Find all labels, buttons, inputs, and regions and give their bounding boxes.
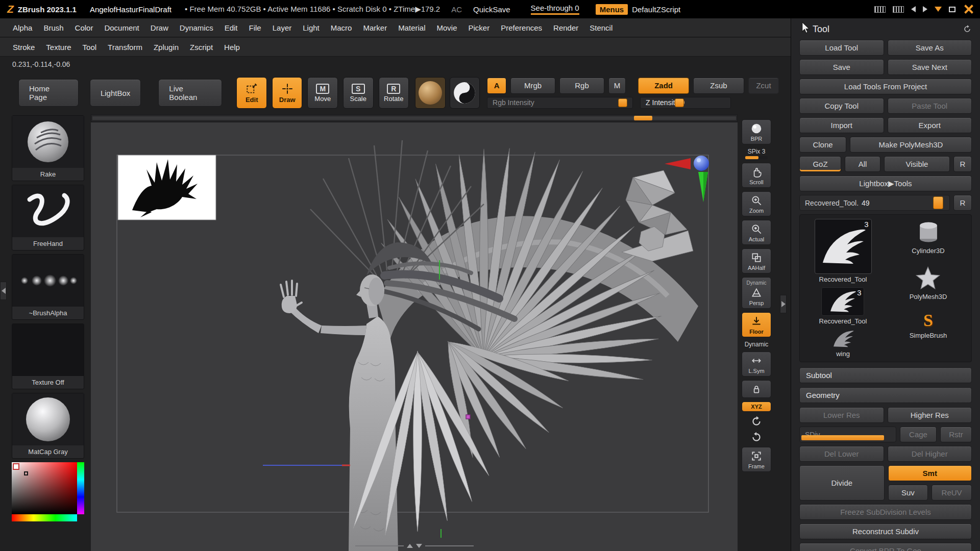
secondary-color-swatch[interactable] bbox=[13, 463, 19, 470]
sculpt-viewport[interactable] bbox=[91, 122, 738, 551]
move-button[interactable]: M Move bbox=[307, 77, 338, 109]
tool-item-selected[interactable]: 3 Recovered_Tool bbox=[815, 219, 872, 283]
draw-button[interactable]: Draw bbox=[272, 77, 303, 109]
frame-button[interactable]: Frame bbox=[742, 447, 771, 472]
lsym-button[interactable]: L.Sym bbox=[742, 352, 771, 377]
menus-toggle-button[interactable]: Menus bbox=[596, 4, 628, 15]
del-higher-button[interactable]: Del Higher bbox=[888, 446, 972, 462]
rstr-button[interactable]: Rstr bbox=[940, 427, 972, 442]
copy-tool-button[interactable]: Copy Tool bbox=[799, 98, 884, 114]
rgb-intensity-thumb[interactable] bbox=[618, 98, 627, 107]
a-mode-button[interactable]: A bbox=[487, 78, 506, 94]
smt-button[interactable]: Smt bbox=[888, 465, 972, 481]
keyboard-toggle-icon[interactable] bbox=[893, 6, 904, 13]
convert-bpr-button[interactable]: Convert BPR To Geo bbox=[799, 543, 972, 551]
tool-item-simplebrush[interactable]: S SimpleBrush bbox=[910, 311, 947, 339]
tool-item-polymesh3d[interactable]: PolyMesh3D bbox=[910, 266, 947, 300]
save-next-button[interactable]: Save Next bbox=[888, 59, 972, 75]
recovered-tool-slider[interactable]: Recovered_Tool. 49 bbox=[799, 195, 950, 211]
menu-item-preferences[interactable]: Preferences bbox=[495, 23, 548, 32]
home-page-button[interactable]: Home Page bbox=[18, 79, 79, 107]
menu-item-picker[interactable]: Picker bbox=[463, 23, 496, 32]
menu-item-light[interactable]: Light bbox=[297, 23, 325, 32]
menu-item-draw[interactable]: Draw bbox=[145, 23, 174, 32]
tool-item-wing[interactable]: wing bbox=[829, 329, 857, 358]
tool-item-cylinder3d[interactable]: Cylinder3D bbox=[912, 219, 944, 255]
zcut-button[interactable]: Zcut bbox=[748, 78, 779, 94]
rotate-button[interactable]: R Rotate bbox=[379, 77, 409, 109]
lower-res-button[interactable]: Lower Res bbox=[799, 407, 884, 423]
spin-left-button[interactable] bbox=[742, 415, 771, 428]
higher-res-button[interactable]: Higher Res bbox=[888, 407, 972, 423]
make-polymesh3d-button[interactable]: Make PolyMesh3D bbox=[850, 137, 972, 153]
spix-track[interactable] bbox=[745, 156, 768, 159]
slider-r-button[interactable]: R bbox=[953, 195, 972, 211]
zadd-button[interactable]: Zadd bbox=[638, 78, 689, 94]
menu-item-alpha[interactable]: Alpha bbox=[7, 23, 38, 32]
hue-strip-horizontal[interactable] bbox=[12, 514, 77, 521]
texture-selector[interactable]: Texture Off bbox=[12, 323, 84, 389]
menu-item-color[interactable]: Color bbox=[69, 23, 99, 32]
close-icon[interactable] bbox=[963, 3, 975, 15]
lightbox-button[interactable]: LightBox bbox=[90, 79, 141, 107]
menu-item-help[interactable]: Help bbox=[218, 43, 246, 52]
menu-item-macro[interactable]: Macro bbox=[325, 23, 358, 32]
aahalf-button[interactable]: AAHalf bbox=[742, 248, 771, 273]
save-button[interactable]: Save bbox=[799, 59, 884, 75]
z-intensity-slider[interactable]: Z Intensity 9 bbox=[640, 97, 731, 109]
canvas-bottom-scrollbar[interactable] bbox=[91, 542, 738, 550]
geometry-section-bar[interactable]: Geometry bbox=[799, 387, 972, 403]
floor-button[interactable]: Floor bbox=[742, 312, 771, 337]
restore-window-icon[interactable] bbox=[949, 7, 955, 12]
menu-item-layer[interactable]: Layer bbox=[267, 23, 298, 32]
nav-axis-gizmo[interactable] bbox=[665, 156, 709, 202]
scroll-up-icon[interactable] bbox=[407, 544, 413, 548]
tablet-toggle-icon[interactable] bbox=[874, 6, 886, 13]
material-preview-secondary[interactable] bbox=[450, 77, 480, 109]
goz-all-button[interactable]: All bbox=[845, 156, 880, 172]
menu-item-tool[interactable]: Tool bbox=[77, 43, 103, 52]
see-through-slider[interactable]: See-through 0 bbox=[531, 4, 579, 15]
menu-item-transform[interactable]: Transform bbox=[102, 43, 148, 52]
paste-tool-button[interactable]: Paste Tool bbox=[888, 98, 972, 114]
menu-item-brush[interactable]: Brush bbox=[38, 23, 69, 32]
spin-right-button[interactable] bbox=[742, 431, 771, 443]
local-transform-button[interactable] bbox=[742, 380, 771, 398]
stroke-selector[interactable]: FreeHand bbox=[12, 185, 84, 251]
xyz-button[interactable]: XYZ bbox=[742, 402, 771, 412]
bpr-button[interactable]: BPR bbox=[742, 119, 771, 144]
quicksave-button[interactable]: QuickSave bbox=[473, 5, 510, 14]
menu-item-zplugin[interactable]: Zplugin bbox=[148, 43, 184, 52]
rgb-intensity-slider[interactable]: Rgb Intensity bbox=[487, 97, 633, 109]
spix-slider[interactable]: SPix 3 bbox=[742, 148, 771, 159]
menu-item-stencil[interactable]: Stencil bbox=[584, 23, 618, 32]
rgb-button[interactable]: Rgb bbox=[559, 78, 604, 94]
z-intensity-thumb[interactable] bbox=[675, 98, 684, 107]
refresh-icon[interactable] bbox=[963, 24, 972, 34]
goz-visible-button[interactable]: Visible bbox=[884, 156, 950, 172]
lightbox-tools-button[interactable]: Lightbox▶Tools bbox=[799, 176, 972, 191]
menu-item-edit[interactable]: Edit bbox=[219, 23, 243, 32]
menu-item-render[interactable]: Render bbox=[548, 23, 584, 32]
brush-selector[interactable]: Rake bbox=[12, 115, 84, 181]
scroll-button[interactable]: Scroll bbox=[742, 163, 771, 188]
load-tool-button[interactable]: Load Tool bbox=[799, 40, 884, 56]
zsub-button[interactable]: Zsub bbox=[693, 78, 744, 94]
m-button[interactable]: M bbox=[608, 78, 626, 94]
menu-item-material[interactable]: Material bbox=[393, 23, 431, 32]
edit-button[interactable]: Edit bbox=[236, 77, 267, 109]
subtool-section-bar[interactable]: Subtool bbox=[799, 367, 972, 383]
hue-strip-vertical[interactable] bbox=[77, 462, 84, 514]
divide-button[interactable]: Divide bbox=[799, 465, 885, 500]
tray-collapse-right[interactable] bbox=[780, 295, 787, 313]
menu-item-texture[interactable]: Texture bbox=[40, 43, 77, 52]
freeze-subdivision-button[interactable]: Freeze SubDivision Levels bbox=[799, 504, 972, 520]
recovered-tool-slider-thumb[interactable] bbox=[933, 196, 943, 209]
reuv-button[interactable]: ReUV bbox=[932, 485, 972, 500]
persp-button[interactable]: Dynamic Persp bbox=[742, 277, 771, 309]
goz-button[interactable]: GoZ bbox=[799, 156, 841, 172]
save-as-button[interactable]: Save As bbox=[888, 40, 972, 56]
tray-collapse-left[interactable] bbox=[0, 282, 7, 300]
menu-item-document[interactable]: Document bbox=[99, 23, 144, 32]
goz-r-button[interactable]: R bbox=[953, 156, 972, 172]
